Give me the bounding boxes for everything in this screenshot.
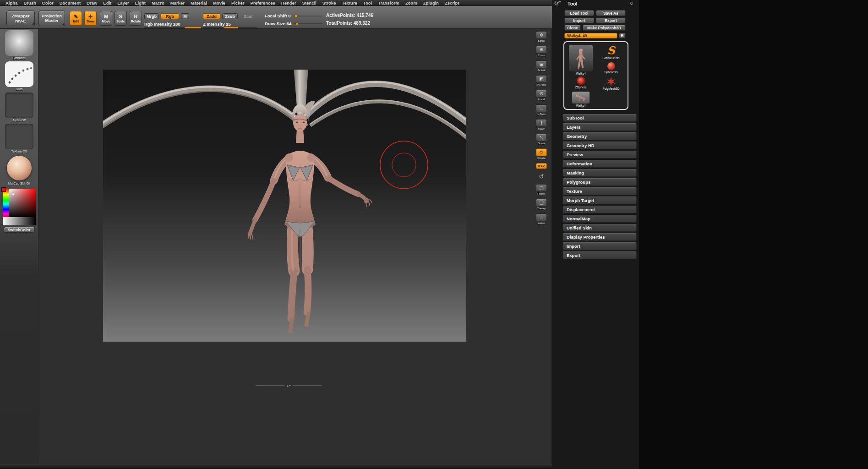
tool-item-walky4-2[interactable]: Walky4: [572, 92, 590, 107]
tool-item-zsphere[interactable]: ZSphere: [575, 76, 587, 90]
make-polymesh3d-button[interactable]: Make PolyMesh3D: [583, 25, 626, 31]
menu-item-transform[interactable]: Transform: [378, 0, 399, 5]
brush-standard-thumbnail[interactable]: [5, 30, 33, 56]
menu-item-movie[interactable]: Movie: [213, 0, 225, 5]
rotate-button[interactable]: R Rotate: [130, 11, 142, 26]
zadd-button[interactable]: Zadd: [203, 13, 220, 19]
move-3d-button[interactable]: ✛ Move: [536, 119, 547, 130]
color-picker[interactable]: [3, 189, 36, 225]
rgb-intensity-track[interactable]: [144, 27, 202, 28]
grayscale-strip[interactable]: [3, 217, 36, 225]
m-button[interactable]: M: [181, 13, 189, 19]
menu-item-preferences[interactable]: Preferences: [250, 0, 275, 5]
alpha-off-thumbnail[interactable]: [5, 93, 33, 118]
menu-item-macro[interactable]: Macro: [152, 0, 164, 5]
menu-item-picker[interactable]: Picker: [231, 0, 245, 5]
z-intensity-track[interactable]: [203, 27, 257, 28]
menu-item-render[interactable]: Render: [281, 0, 296, 5]
menu-item-alpha[interactable]: Alpha: [5, 0, 17, 5]
section-subtool[interactable]: SubTool: [562, 114, 637, 122]
section-preview[interactable]: Preview: [562, 151, 637, 158]
menu-item-zscript[interactable]: Zscript: [445, 0, 459, 5]
section-normalmap[interactable]: NormalMap: [562, 215, 637, 223]
hue-strip[interactable]: [3, 189, 9, 217]
section-unified-skin[interactable]: Unified Skin: [562, 224, 637, 232]
palette-reset-icon[interactable]: ↻: [630, 1, 633, 6]
menu-item-draw[interactable]: Draw: [87, 0, 97, 5]
menu-item-layer[interactable]: Layer: [117, 0, 129, 5]
section-import[interactable]: Import: [562, 242, 637, 250]
clone-button[interactable]: Clone: [564, 25, 581, 31]
local-button[interactable]: ⊙ Local: [536, 90, 547, 101]
menu-item-tool[interactable]: Tool: [363, 0, 372, 5]
rgb-intensity-slider[interactable]: Rgb Intensity 100: [144, 22, 180, 27]
menu-item-zplugin[interactable]: Zplugin: [423, 0, 439, 5]
menu-item-brush[interactable]: Brush: [23, 0, 36, 5]
document-area[interactable]: ▲▼: [38, 29, 552, 469]
zoom-doc-button[interactable]: ⊕ Zoom: [536, 46, 547, 57]
menu-item-texture[interactable]: Texture: [342, 0, 357, 5]
export-button[interactable]: Export: [596, 17, 626, 23]
zcut-button[interactable]: Zcut: [241, 13, 255, 19]
scroll-doc-button[interactable]: ✥ Scroll: [536, 31, 547, 42]
main-canvas[interactable]: [103, 70, 466, 342]
aahalf-button[interactable]: ◩ AAHalf: [536, 75, 547, 86]
mrgb-button[interactable]: Mrgb: [144, 13, 159, 19]
section-polygroups[interactable]: Polygroups: [562, 178, 637, 186]
section-display-properties[interactable]: Display Properties: [562, 233, 637, 241]
section-displacement[interactable]: Displacement: [562, 206, 637, 213]
section-texture[interactable]: Texture: [562, 187, 637, 195]
tool-item-simplebrush[interactable]: S SimpleBrush: [603, 45, 620, 61]
section-morph-target[interactable]: Morph Target: [562, 196, 637, 204]
stroke-dots-thumbnail[interactable]: [5, 61, 33, 87]
tool-item-walky4[interactable]: Walky4: [569, 45, 593, 75]
rotate-reset-button[interactable]: ↺: [536, 173, 547, 180]
menu-item-stencil[interactable]: Stencil: [302, 0, 317, 5]
scale-3d-button[interactable]: ⤡ Scale: [536, 134, 547, 145]
menu-item-document[interactable]: Document: [60, 0, 81, 5]
tool-item-polymesh3d[interactable]: PolyMesh3D: [603, 76, 620, 90]
tool-name-slider[interactable]: Walky4. 49: [564, 33, 617, 38]
z-intensity-slider[interactable]: Z Intensity 25: [203, 22, 231, 27]
draw-size-knob[interactable]: [295, 22, 298, 25]
projection-master-button[interactable]: Projection Master ◢: [38, 11, 65, 26]
lasso-button[interactable]: ◌ Lasso: [536, 213, 547, 224]
tool-item-sphere3d[interactable]: Sphere3D: [604, 62, 617, 75]
edit-button[interactable]: ✎ Edit: [70, 11, 82, 26]
rotate-3d-button[interactable]: ⟳ Rotate: [536, 148, 547, 159]
draw-button[interactable]: ✛ Draw: [84, 11, 97, 26]
section-export[interactable]: Export: [562, 251, 637, 259]
texture-off-thumbnail[interactable]: [5, 124, 33, 149]
switch-color-button[interactable]: SwitchColor: [4, 227, 35, 233]
zmapper-button[interactable]: ZMapper rev-E ◢: [6, 11, 35, 26]
save-as-button[interactable]: Save As: [596, 10, 626, 16]
import-button[interactable]: Import: [564, 17, 594, 23]
zsub-button[interactable]: Zsub: [222, 13, 238, 19]
transp-button[interactable]: ❏ Transp: [536, 199, 547, 210]
rgb-button[interactable]: Rgb: [161, 13, 179, 19]
section-masking[interactable]: Masking: [562, 169, 637, 177]
section-deformation[interactable]: Deformation: [562, 160, 637, 168]
xyz-button[interactable]: XYZ: [536, 163, 547, 169]
section-layers[interactable]: Layers: [562, 123, 637, 131]
draw-size-slider[interactable]: Draw Size 64: [265, 21, 322, 26]
material-thumbnail[interactable]: [5, 155, 33, 181]
menu-item-color[interactable]: Color: [42, 0, 54, 5]
section-geometry-hd[interactable]: Geometry HD: [562, 142, 637, 149]
tool-palette-header[interactable]: Tool ↻: [552, 0, 639, 7]
menu-item-edit[interactable]: Edit: [103, 0, 111, 5]
menu-item-material[interactable]: Material: [191, 0, 207, 5]
move-button[interactable]: M Move: [100, 11, 112, 26]
current-color-swatch[interactable]: [1, 187, 6, 192]
frame-button[interactable]: ▢ Frame: [536, 184, 547, 195]
section-geometry[interactable]: Geometry: [562, 132, 637, 140]
scrollbar-arrows-icon[interactable]: ▲▼: [286, 384, 291, 387]
actual-size-button[interactable]: ▣ Actual: [536, 60, 547, 71]
scale-button[interactable]: S Scale: [115, 11, 127, 26]
menu-item-marker[interactable]: Marker: [170, 0, 185, 5]
menu-item-zoom[interactable]: Zoom: [405, 0, 417, 5]
load-tool-button[interactable]: Load Tool: [564, 10, 594, 16]
r-button[interactable]: R: [619, 33, 626, 38]
lsym-button[interactable]: ↔ L.Sym: [536, 104, 547, 115]
menu-item-stroke[interactable]: Stroke: [322, 0, 336, 5]
